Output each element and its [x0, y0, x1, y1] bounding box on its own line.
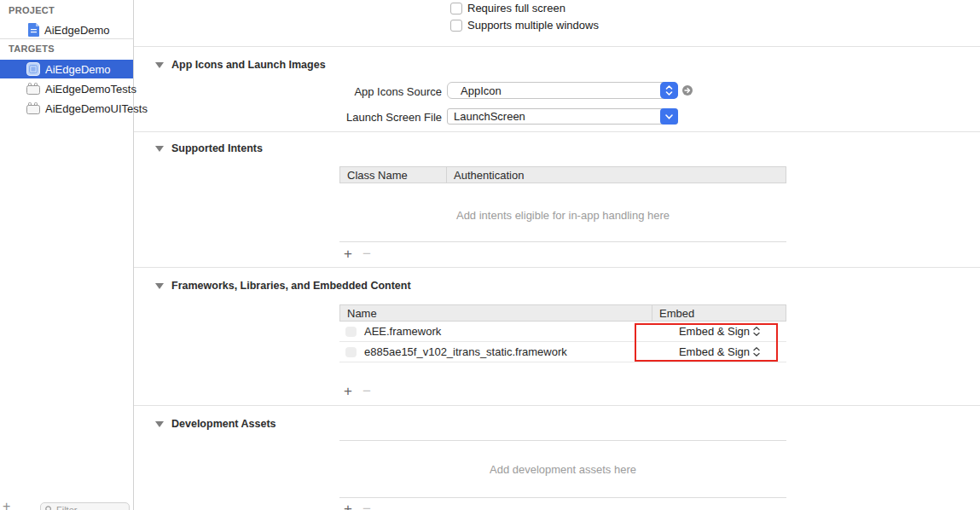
framework-name: AEE.framework [364, 325, 441, 338]
updown-chevrons-icon [753, 327, 760, 336]
sidebar-filter-input[interactable]: Filter [40, 502, 130, 510]
framework-name: e885ae15f_v102_itrans_static.framework [364, 345, 567, 358]
frameworks-add-remove-controls: + − [344, 384, 371, 398]
launch-screen-file-label: Launch Screen File [256, 111, 442, 124]
embed-value: Embed & Sign [679, 325, 750, 338]
frameworks-table-body: AEE.framework Embed & Sign e885ae15f_v10… [339, 322, 786, 362]
app-icons-source-popup[interactable]: AppIcon [447, 82, 678, 99]
search-icon [45, 506, 53, 510]
popup-stepper [660, 82, 678, 99]
requires-full-screen-checkbox[interactable] [450, 3, 462, 14]
intents-add-remove-controls: + − [344, 246, 371, 261]
section-divider [134, 267, 980, 268]
section-title: App Icons and Launch Images [171, 59, 326, 71]
column-header-authentication: Authentication [447, 167, 786, 183]
column-header-name: Name [340, 305, 652, 321]
combo-value: LaunchScreen [448, 110, 525, 123]
section-header-supported-intents[interactable]: Supported Intents [155, 142, 263, 154]
table-bottom-border [339, 241, 786, 242]
section-title: Development Assets [171, 418, 276, 430]
chevron-down-icon [665, 114, 673, 119]
sidebar-item-target-aiedgedemotests[interactable]: AiEdgeDemoTests [26, 79, 136, 98]
remove-button[interactable]: − [362, 384, 371, 398]
column-header-embed: Embed [652, 305, 786, 321]
sidebar-item-label: AiEdgeDemoTests [45, 83, 136, 96]
test-bundle-icon [26, 83, 40, 95]
section-header-app-icons[interactable]: App Icons and Launch Images [155, 59, 326, 71]
framework-icon [345, 327, 357, 337]
updown-chevrons-icon [753, 347, 760, 356]
section-divider [134, 405, 980, 406]
project-navigator-sidebar: PROJECT AiEdgeDemo TARGETS AiEdgeDemo [0, 0, 134, 510]
app-icons-source-label: App Icons Source [256, 85, 442, 98]
xcode-target-general-pane: PROJECT AiEdgeDemo TARGETS AiEdgeDemo [0, 0, 980, 510]
sidebar-item-project-aiedgedemo[interactable]: AiEdgeDemo [28, 20, 110, 39]
sidebar-item-label: AiEdgeDemo [44, 24, 110, 37]
project-section-label: PROJECT [9, 5, 55, 15]
framework-row[interactable]: AEE.framework Embed & Sign [339, 322, 786, 342]
targets-section-label: TARGETS [9, 43, 55, 54]
sidebar-item-label: AiEdgeDemoUITests [45, 102, 148, 115]
framework-icon [345, 347, 357, 357]
dev-assets-empty-placeholder: Add development assets here [339, 463, 786, 476]
add-target-button[interactable]: + [3, 499, 10, 510]
filter-placeholder: Filter [56, 505, 77, 510]
jump-arrow-button[interactable] [681, 84, 693, 96]
section-divider [134, 46, 980, 47]
embed-value: Embed & Sign [679, 345, 750, 358]
column-header-class-name: Class Name [340, 167, 447, 183]
remove-button[interactable]: − [362, 501, 371, 510]
sidebar-item-target-aiedgedemo[interactable]: AiEdgeDemo [0, 60, 133, 78]
combo-dropdown-button[interactable] [660, 108, 678, 125]
section-divider [134, 131, 980, 132]
sidebar-divider [0, 38, 133, 39]
supports-multiple-windows-checkbox[interactable] [450, 20, 462, 32]
section-header-frameworks[interactable]: Frameworks, Libraries, and Embedded Cont… [155, 280, 411, 292]
disclosure-triangle-icon [155, 62, 164, 68]
supports-multiple-windows-row: Supports multiple windows [450, 19, 599, 32]
updown-chevrons-icon [665, 85, 673, 96]
table-bottom-border [339, 497, 786, 498]
intents-empty-placeholder: Add intents eligible for in-app handling… [339, 209, 786, 222]
project-document-icon [28, 23, 39, 37]
remove-button[interactable]: − [362, 246, 371, 261]
add-button[interactable]: + [344, 501, 352, 510]
disclosure-triangle-icon [155, 283, 164, 289]
disclosure-triangle-icon [155, 146, 164, 152]
frameworks-table-header: Name Embed [339, 304, 786, 322]
framework-row[interactable]: e885ae15f_v102_itrans_static.framework E… [339, 342, 786, 362]
embed-popup[interactable]: Embed & Sign [652, 325, 786, 338]
sidebar-item-target-aiedgedemouitests[interactable]: AiEdgeDemoUITests [26, 99, 148, 118]
embed-popup[interactable]: Embed & Sign [652, 345, 786, 358]
launch-screen-file-combobox[interactable]: LaunchScreen [447, 108, 678, 125]
popup-value: AppIcon [448, 84, 502, 97]
add-button[interactable]: + [344, 246, 352, 261]
section-header-development-assets[interactable]: Development Assets [155, 418, 276, 430]
add-button[interactable]: + [344, 384, 352, 398]
app-target-icon [26, 62, 40, 76]
intents-table-header: Class Name Authentication [339, 166, 786, 183]
disclosure-triangle-icon [155, 421, 164, 427]
table-top-border [339, 440, 786, 441]
checkbox-label: Requires full screen [467, 2, 565, 14]
sidebar-item-label: AiEdgeDemo [45, 63, 111, 76]
section-title: Supported Intents [171, 142, 263, 154]
requires-full-screen-row: Requires full screen [450, 2, 565, 14]
section-title: Frameworks, Libraries, and Embedded Cont… [171, 280, 411, 292]
test-bundle-icon [26, 102, 40, 114]
checkbox-label: Supports multiple windows [467, 19, 599, 32]
arrow-circle-icon [681, 84, 693, 96]
dev-assets-add-remove-controls: + − [344, 501, 371, 510]
